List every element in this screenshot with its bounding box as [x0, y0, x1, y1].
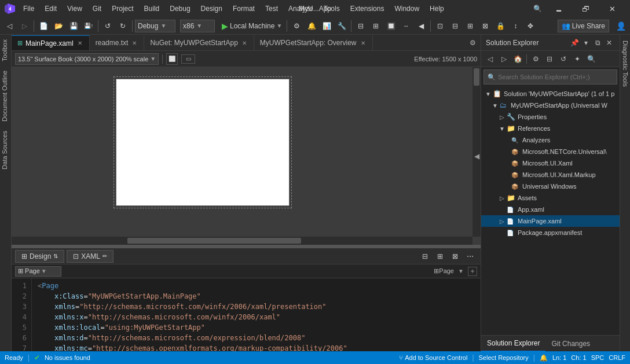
tree-project[interactable]: ▼ 🗂 MyUWPGetStartApp (Universal W: [481, 100, 620, 111]
code-content[interactable]: <Page x:Class="MyUWPGetStartApp.MainPage…: [32, 278, 481, 351]
se-search-input[interactable]: [498, 73, 613, 80]
back-btn[interactable]: ◁: [2, 19, 16, 33]
xaml-tab-btn[interactable]: ⊡ XAML ✏: [67, 250, 113, 263]
se-settings-btn[interactable]: ⚙: [529, 53, 542, 65]
device-dropdown[interactable]: 13.5" Surface Book (3000 x 2000) 200% sc…: [15, 53, 159, 65]
toolbar-spacing-btn[interactable]: ⊡: [433, 19, 447, 33]
path-right-dropdown[interactable]: ▼: [456, 267, 466, 276]
tab-settings-btn[interactable]: ⚙: [464, 35, 481, 50]
tab-overview[interactable]: MyUWPGetStartApp: Overview ✕: [254, 35, 373, 50]
toolbar-btn-2[interactable]: 🔔: [305, 19, 318, 33]
tree-universal-windows[interactable]: 📦 Universal Windows: [481, 181, 620, 192]
undo-btn[interactable]: ↺: [101, 19, 115, 33]
toolbar-btn-6[interactable]: ⊞: [369, 19, 383, 33]
toolbar-btn-5[interactable]: ⊟: [354, 19, 368, 33]
diag-tab[interactable]: Diagnostic Tools: [621, 37, 630, 90]
panel-dropdown-btn[interactable]: ▾: [580, 37, 592, 49]
menu-window[interactable]: Window: [390, 3, 424, 14]
menu-project[interactable]: Project: [107, 3, 138, 14]
full-btn[interactable]: ⊠: [448, 249, 462, 263]
tree-solution[interactable]: ▼ 📋 Solution 'MyUWPGetStartApp' (1 of 1 …: [481, 88, 620, 100]
notification-icon[interactable]: 🔔: [540, 354, 548, 362]
minimize-btn[interactable]: 🗕: [545, 0, 572, 17]
menu-view[interactable]: View: [63, 3, 87, 14]
menu-help[interactable]: Help: [425, 3, 449, 14]
toolbar-btn-3[interactable]: 📊: [320, 19, 334, 33]
tree-netcore[interactable]: 📦 Microsoft.NETCore.Universal\: [481, 146, 620, 157]
split-v-btn[interactable]: ⊟: [418, 249, 432, 263]
tree-app-xaml[interactable]: 📄 App.xaml: [481, 204, 620, 215]
menu-format[interactable]: Format: [228, 3, 259, 14]
menu-build[interactable]: Build: [140, 3, 164, 14]
menu-test[interactable]: Test: [261, 3, 283, 14]
se-new-btn[interactable]: ✦: [571, 53, 584, 65]
menu-design[interactable]: Design: [196, 3, 227, 14]
path-left[interactable]: ⊞ Page ▼: [15, 266, 61, 277]
tab-close-mainpage[interactable]: ✕: [76, 39, 83, 47]
toolbar-lock-btn[interactable]: 🔒: [493, 19, 507, 33]
tab-close-readme[interactable]: ✕: [131, 39, 138, 47]
tree-ui-xaml[interactable]: 📦 Microsoft.UI.Xaml: [481, 157, 620, 169]
menu-edit[interactable]: Edit: [40, 3, 61, 14]
tree-ui-xaml-markup[interactable]: 📦 Microsoft.UI.Xaml.Markup: [481, 169, 620, 181]
open-btn[interactable]: 📂: [52, 19, 65, 33]
toolbar-snap-btn[interactable]: ⊠: [478, 19, 492, 33]
forward-btn[interactable]: ▷: [17, 19, 31, 33]
tree-mainpage-xaml[interactable]: ▷ 📄 MainPage.xaml: [481, 215, 620, 227]
more-btn[interactable]: ⋯: [463, 249, 477, 263]
panel-float-btn[interactable]: ⧉: [592, 37, 603, 49]
scrollbar-thumb-v[interactable]: [474, 68, 479, 86]
scrollbar-thumb-h[interactable]: [127, 238, 301, 244]
config-dropdown[interactable]: Debug ▼: [135, 20, 175, 32]
git-changes-tab[interactable]: Git Changes: [545, 336, 596, 352]
panel-close-btn[interactable]: ✕: [603, 37, 615, 49]
design-tab-btn[interactable]: ⊞ Design ⇅: [15, 250, 64, 263]
toolbar-move-btn[interactable]: ✥: [523, 19, 537, 33]
se-refresh-btn[interactable]: ↺: [557, 53, 570, 65]
se-home-btn[interactable]: 🏠: [511, 53, 524, 65]
se-filter-btn[interactable]: 🔍: [585, 53, 598, 65]
tab-mainpage-xaml[interactable]: ⊞ MainPage.xaml ✕: [12, 35, 90, 50]
toolbar-grid-btn[interactable]: ⊞: [463, 19, 477, 33]
tab-readme[interactable]: readme.txt ✕: [90, 35, 145, 50]
restore-btn[interactable]: 🗗: [572, 0, 599, 17]
crlf-status[interactable]: CRLF: [609, 354, 625, 362]
landscape-btn[interactable]: ▭: [181, 54, 195, 64]
tree-assets[interactable]: ▷ 📁 Assets: [481, 192, 620, 204]
select-repo-btn[interactable]: Select Repository: [479, 354, 529, 362]
pin-btn[interactable]: 📌: [569, 37, 580, 49]
tree-package-manifest[interactable]: 📄 Package.appxmanifest: [481, 227, 620, 238]
toolbar-btn-7[interactable]: 🔲: [384, 19, 398, 33]
data-sources-tab[interactable]: Data Sources: [0, 126, 11, 174]
solution-explorer-tab[interactable]: Solution Explorer: [481, 336, 545, 352]
save-all-btn[interactable]: 💾↑: [82, 19, 96, 33]
se-search-box[interactable]: 🔍: [484, 69, 617, 84]
add-source-control-btn[interactable]: ⑂ Add to Source Control: [399, 354, 467, 362]
se-collapse-btn[interactable]: ⊟: [543, 53, 556, 65]
menu-debug[interactable]: Debug: [165, 3, 195, 14]
live-share-btn[interactable]: 👥 Live Share: [558, 20, 609, 32]
toolbar-align-btn[interactable]: ⊟: [448, 19, 462, 33]
portrait-btn[interactable]: ⬜: [166, 53, 178, 65]
tree-properties[interactable]: ▷ 🔧 Properties: [481, 111, 620, 123]
user-icon[interactable]: 👤: [614, 19, 628, 33]
tree-analyzers[interactable]: 🔍 Analyzers: [481, 134, 620, 146]
se-back-btn[interactable]: ◁: [484, 53, 496, 65]
split-h-btn[interactable]: ⊞: [433, 249, 447, 263]
title-bar-search[interactable]: 🔍: [529, 2, 545, 16]
menu-git[interactable]: Git: [88, 3, 106, 14]
tab-close-nuget[interactable]: ✕: [241, 39, 248, 47]
toolbar-btn-9[interactable]: ◀: [414, 19, 428, 33]
tab-close-overview[interactable]: ✕: [360, 39, 367, 47]
add-btn[interactable]: +: [468, 267, 477, 276]
toolbox-tab[interactable]: Toolbox: [0, 35, 11, 66]
menu-extensions[interactable]: Extensions: [346, 3, 389, 14]
se-forward-btn[interactable]: ▷: [497, 53, 510, 65]
toolbar-btn-8[interactable]: ↔: [399, 19, 413, 33]
toolbar-btn-1[interactable]: ⚙: [290, 19, 303, 33]
canvas-scrollbar-h[interactable]: [12, 237, 473, 245]
collapse-panel-btn[interactable]: ◀: [473, 148, 481, 165]
platform-dropdown[interactable]: x86 ▼: [180, 20, 215, 32]
run-button[interactable]: ▶ Local Machine ▼: [219, 21, 284, 31]
new-project-btn[interactable]: 📄: [36, 19, 50, 33]
